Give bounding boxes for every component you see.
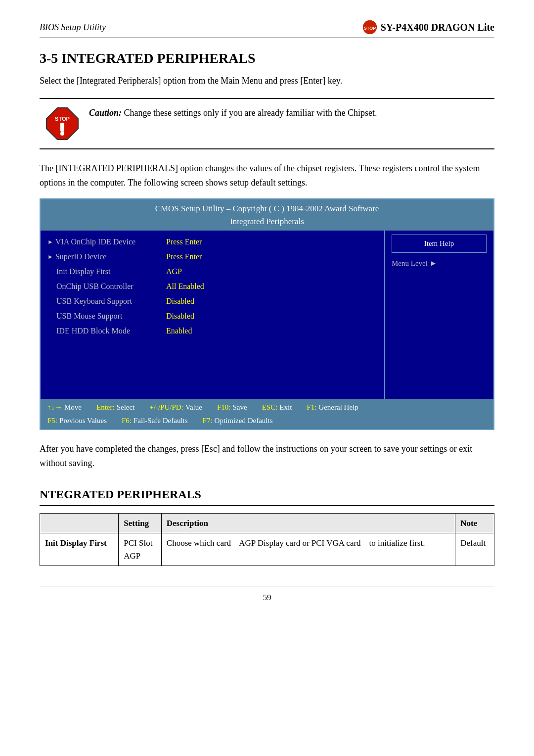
bios-row-value: Press Enter	[166, 251, 202, 263]
bios-row-value: Disabled	[166, 310, 194, 322]
subsection-title: NTEGRATED PERIPHERALS	[40, 485, 494, 506]
bios-row: USB Keyboard Support Disabled	[47, 294, 377, 309]
bios-row-value: AGP	[166, 266, 182, 278]
row-note-init-display: Default	[455, 533, 494, 566]
bios-row-value: Disabled	[166, 295, 194, 307]
row-description-init-display: Choose which card – AGP Display card or …	[161, 533, 455, 566]
arrow-icon: ►	[47, 252, 53, 261]
bios-row: ► SuperIO Device Press Enter	[47, 249, 377, 264]
bios-row-label: ► SuperIO Device	[47, 251, 166, 263]
bios-row-label: USB Mouse Support	[47, 310, 166, 322]
col-header-note: Note	[455, 513, 494, 533]
bios-row-label: USB Keyboard Support	[47, 295, 166, 307]
bios-content: ► VIA OnChip IDE Device Press Enter ► Su…	[41, 231, 493, 399]
bios-title-line2: Integrated Peripherals	[45, 215, 489, 228]
menu-level: Menu Level ►	[392, 258, 487, 269]
after-text: After you have completed the changes, pr…	[40, 442, 494, 471]
peripherals-table: Setting Description Note Init Display Fi…	[40, 513, 494, 567]
bios-footer-row2: F5:Previous Values F6:Fail-Safe Defaults…	[47, 414, 487, 427]
bios-row-label: IDE HDD Block Mode	[47, 325, 166, 337]
header-brand: SY-P4X400 DRAGON Lite	[381, 20, 494, 35]
bios-title-line1: CMOS Setup Utility – Copyright ( C ) 198…	[45, 202, 489, 215]
bios-row-value: Press Enter	[166, 236, 202, 248]
item-help-box: Item Help	[392, 235, 487, 253]
bios-title-bar: CMOS Setup Utility – Copyright ( C ) 198…	[41, 199, 493, 231]
page-footer: 59	[40, 586, 494, 604]
col-header-description: Description	[161, 513, 455, 533]
bios-row-value: All Enabled	[166, 281, 204, 292]
caution-box: STOP Caution: Change these settings only…	[40, 98, 494, 149]
soyo-logo: STOP	[363, 20, 377, 34]
bios-row: OnChip USB Controller All Enabled	[47, 279, 377, 294]
row-label-init-display: Init Display First	[40, 533, 119, 566]
bios-row-value: Enabled	[166, 325, 192, 337]
svg-rect-4	[60, 123, 64, 132]
bios-row-label: OnChip USB Controller	[47, 281, 166, 292]
bios-row: ► VIA OnChip IDE Device Press Enter	[47, 235, 377, 249]
svg-text:STOP: STOP	[363, 26, 375, 31]
page-number: 59	[263, 593, 271, 602]
bios-left-panel: ► VIA OnChip IDE Device Press Enter ► Su…	[41, 231, 385, 399]
bios-row: Init Display First AGP	[47, 264, 377, 279]
bios-screen: CMOS Setup Utility – Copyright ( C ) 198…	[40, 198, 494, 430]
svg-point-5	[60, 132, 64, 136]
intro-text: Select the [Integrated Peripherals] opti…	[40, 74, 494, 88]
col-header-name	[40, 513, 119, 533]
bios-row-label: ► VIA OnChip IDE Device	[47, 236, 166, 248]
header-left: BIOS Setup Utility	[40, 21, 106, 34]
bios-footer: ↑↓→ Move Enter:Select +/-/PU/PD:Value F1…	[41, 399, 493, 429]
bios-row: USB Mouse Support Disabled	[47, 309, 377, 324]
table-header-row: Setting Description Note	[40, 513, 494, 533]
bios-row-label: Init Display First	[47, 266, 166, 278]
bios-row: IDE HDD Block Mode Enabled	[47, 324, 377, 338]
caution-text: Caution: Change these settings only if y…	[89, 106, 377, 120]
body-text: The [INTEGRATED PERIPHERALS] option chan…	[40, 161, 494, 190]
table-row: Init Display First PCI SlotAGP Choose wh…	[40, 533, 494, 566]
bios-footer-row1: ↑↓→ Move Enter:Select +/-/PU/PD:Value F1…	[47, 401, 487, 414]
col-header-setting: Setting	[119, 513, 162, 533]
bios-right-panel: Item Help Menu Level ►	[385, 231, 493, 399]
stop-icon: STOP	[44, 106, 80, 142]
page-header: BIOS Setup Utility STOP SY-P4X400 DRAGON…	[40, 20, 494, 38]
row-setting-init-display: PCI SlotAGP	[119, 533, 162, 566]
arrow-icon: ►	[47, 237, 53, 246]
section-title: 3-5 INTEGRATED PERIPHERALS	[40, 48, 494, 69]
header-right: STOP SY-P4X400 DRAGON Lite	[363, 20, 494, 35]
svg-text:STOP: STOP	[55, 116, 70, 122]
